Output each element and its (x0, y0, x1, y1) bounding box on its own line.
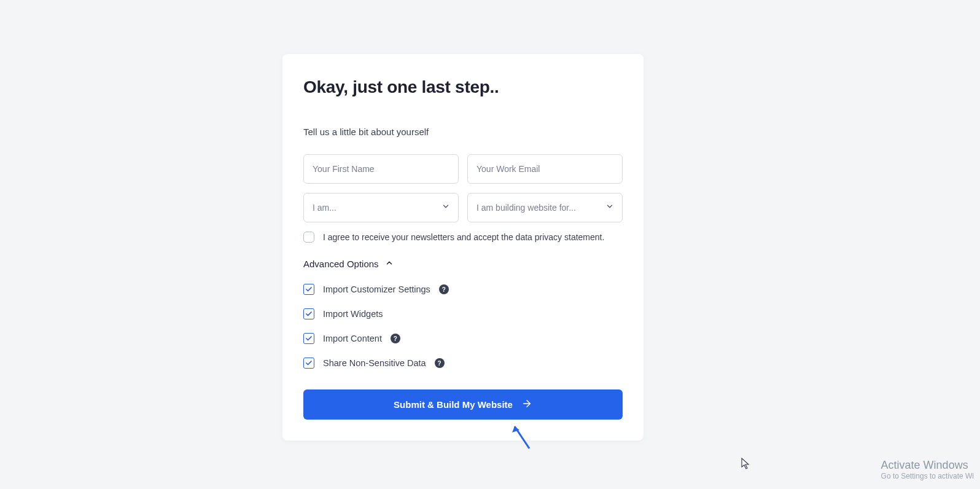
role-select[interactable]: I am... (303, 193, 459, 222)
building-for-select-wrap: I am building website for... (467, 193, 623, 222)
watermark-sub: Go to Settings to activate Wi (881, 472, 974, 480)
share-data-checkbox[interactable] (303, 358, 314, 369)
name-email-row (303, 154, 623, 184)
submit-button-label: Submit & Build My Website (394, 399, 513, 410)
option-label: Share Non-Sensitive Data (323, 358, 426, 368)
onboarding-card: Okay, just one last step.. Tell us a lit… (282, 54, 644, 440)
work-email-input[interactable] (467, 154, 623, 184)
cursor-icon (741, 458, 751, 472)
page-subheading: Tell us a little bit about yourself (303, 127, 623, 137)
building-for-select[interactable]: I am building website for... (467, 193, 623, 222)
role-select-wrap: I am... (303, 193, 459, 222)
page-heading: Okay, just one last step.. (303, 77, 623, 97)
import-widgets-checkbox[interactable] (303, 308, 314, 319)
consent-checkbox[interactable] (303, 232, 314, 243)
option-import-customizer: Import Customizer Settings ? (303, 284, 623, 295)
advanced-options-toggle[interactable]: Advanced Options (303, 259, 394, 269)
arrow-right-icon (521, 398, 532, 411)
option-label: Import Customizer Settings (323, 284, 430, 294)
annotation-arrow-icon (510, 421, 534, 455)
option-import-content: Import Content ? (303, 333, 623, 344)
consent-label: I agree to receive your newsletters and … (323, 232, 604, 242)
advanced-options-label: Advanced Options (303, 259, 379, 269)
help-icon[interactable]: ? (439, 284, 449, 294)
email-field-wrap (467, 154, 623, 184)
select-row: I am... I am building website for... (303, 193, 623, 222)
first-name-input[interactable] (303, 154, 459, 184)
first-name-field-wrap (303, 154, 459, 184)
import-customizer-checkbox[interactable] (303, 284, 314, 295)
option-label: Import Content (323, 334, 382, 343)
help-icon[interactable]: ? (435, 358, 445, 368)
option-import-widgets: Import Widgets (303, 308, 623, 319)
option-label: Import Widgets (323, 309, 383, 319)
import-content-checkbox[interactable] (303, 333, 314, 344)
help-icon[interactable]: ? (391, 334, 400, 343)
submit-button[interactable]: Submit & Build My Website (303, 389, 623, 420)
chevron-up-icon (385, 259, 394, 269)
advanced-options-list: Import Customizer Settings ? Import Widg… (303, 284, 623, 369)
windows-activation-watermark: Activate Windows Go to Settings to activ… (881, 459, 974, 480)
watermark-title: Activate Windows (881, 459, 974, 472)
consent-row: I agree to receive your newsletters and … (303, 232, 623, 243)
option-share-data: Share Non-Sensitive Data ? (303, 358, 623, 369)
